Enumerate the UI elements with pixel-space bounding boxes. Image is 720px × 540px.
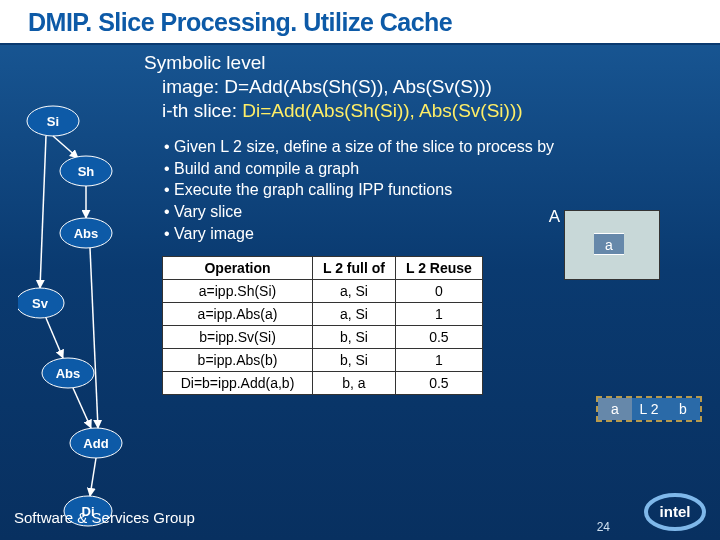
table-row: b=ipp.Sv(Si) b, Si 0.5 [163,326,483,349]
symbolic-slice-line: i-th slice: Di=Add(Abs(Sh(Si)), Abs(Sv(S… [162,99,710,123]
strip-cell-l2: L 2 [632,398,666,420]
svg-line-8 [46,318,63,358]
label-uppercase-a: A [549,207,560,227]
node-sv: Sv [32,296,49,311]
cell-full: b, Si [313,326,396,349]
svg-line-2 [40,136,46,288]
bullet-item: Execute the graph calling IPP functions [164,179,710,201]
svg-line-6 [90,248,98,428]
intel-logo-icon: intel [644,492,706,532]
svg-line-1 [53,136,78,158]
node-abs1: Abs [74,226,99,241]
strip-cell-a: a [598,398,632,420]
cell-full: b, a [313,372,396,395]
node-si: Si [47,114,59,129]
table-row: Di=b=ipp.Add(a,b) b, a 0.5 [163,372,483,395]
intel-logo-text: intel [660,503,691,520]
flow-diagram: Si Sh Abs Sv Abs Add Di [18,103,148,537]
cell-op: a=ipp.Sh(Si) [163,280,313,303]
cell-reuse: 0.5 [395,372,482,395]
svg-line-10 [73,388,91,428]
flow-svg: Si Sh Abs Sv Abs Add Di [18,103,148,533]
cell-op: Di=b=ipp.Add(a,b) [163,372,313,395]
symbolic-heading: Symbolic level [144,51,710,75]
node-sh: Sh [78,164,95,179]
cell-full: a, Si [313,303,396,326]
th-l2-full: L 2 full of [313,257,396,280]
slide-number: 24 [597,520,610,534]
cell-full: a, Si [313,280,396,303]
operations-table: Operation L 2 full of L 2 Reuse a=ipp.Sh… [162,256,483,395]
svg-line-12 [90,458,96,496]
cell-op: b=ipp.Sv(Si) [163,326,313,349]
footer-group: Software & Services Group [14,509,195,526]
symbolic-block: Symbolic level image: D=Add(Abs(Sh(S)), … [144,51,710,122]
title-band: DMIP. Slice Processing. Utilize Cache [0,0,720,45]
strip-cell-b: b [666,398,700,420]
cell-op: a=ipp.Abs(a) [163,303,313,326]
slide-title: DMIP. Slice Processing. Utilize Cache [28,8,720,37]
bullet-item: Given L 2 size, define a size of the sli… [164,136,710,158]
th-operation: Operation [163,257,313,280]
reuse-strip: a L 2 b [596,396,702,422]
node-abs2: Abs [56,366,81,381]
cell-full: b, Si [313,349,396,372]
symbolic-image-line: image: D=Add(Abs(Sh(S)), Abs(Sv(S))) [162,75,710,99]
node-add: Add [83,436,108,451]
cell-reuse: 0.5 [395,326,482,349]
table-row: a=ipp.Sh(Si) a, Si 0 [163,280,483,303]
th-l2-reuse: L 2 Reuse [395,257,482,280]
table-row: a=ipp.Abs(a) a, Si 1 [163,303,483,326]
table-row: b=ipp.Abs(b) b, Si 1 [163,349,483,372]
label-lowercase-a: a [594,233,624,255]
slice-prefix: i-th slice: [162,100,242,121]
bullet-item: Build and compile a graph [164,158,710,180]
slice-expr: Di=Add(Abs(Sh(Si)), Abs(Sv(Si))) [242,100,522,121]
cell-reuse: 1 [395,303,482,326]
cell-reuse: 0 [395,280,482,303]
cell-reuse: 1 [395,349,482,372]
cell-op: b=ipp.Abs(b) [163,349,313,372]
